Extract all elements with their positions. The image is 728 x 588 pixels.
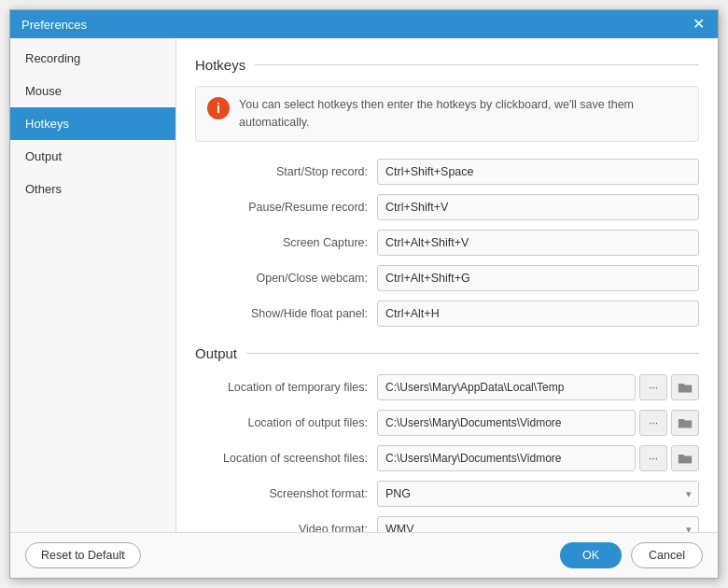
sidebar-item-hotkeys[interactable]: Hotkeys [10, 107, 175, 140]
hotkeys-title: Hotkeys [195, 57, 245, 73]
output-path-label-0: Location of temporary files: [195, 381, 377, 394]
hotkey-input-0[interactable] [377, 159, 699, 185]
output-path-label-2: Location of screenshot files: [195, 452, 377, 465]
hotkey-row-4: Show/Hide float panel: [195, 301, 699, 327]
output-section-header: Output [195, 345, 699, 361]
preferences-dialog: Preferences ✕ Recording Mouse Hotkeys Ou… [9, 9, 719, 579]
hotkey-row-0: Start/Stop record: [195, 159, 699, 185]
output-select-label-1: Video format: [195, 523, 377, 533]
output-select-row-0: Screenshot format: PNG JPG BMP ▾ [195, 481, 699, 507]
screenshot-format-wrapper: PNG JPG BMP ▾ [377, 481, 699, 507]
output-path-control-2: ··· [377, 445, 699, 471]
hotkey-row-1: Pause/Resume record: [195, 194, 699, 220]
hotkey-row-3: Open/Close webcam: [195, 265, 699, 291]
folder-icon-1 [678, 416, 693, 429]
output-path-row-2: Location of screenshot files: ··· [195, 445, 699, 471]
hotkey-input-1[interactable] [377, 194, 699, 220]
info-text: You can select hotkeys then enter the ho… [239, 96, 687, 132]
ok-button[interactable]: OK [560, 542, 622, 568]
hotkey-label-0: Start/Stop record: [195, 165, 377, 178]
hotkey-label-2: Screen Capture: [195, 236, 377, 249]
info-box: i You can select hotkeys then enter the … [195, 86, 699, 142]
output-path-dots-1[interactable]: ··· [639, 410, 667, 436]
output-path-folder-2[interactable] [671, 445, 699, 471]
titlebar: Preferences ✕ [10, 10, 718, 38]
hotkey-input-2[interactable] [377, 230, 699, 256]
hotkey-label-1: Pause/Resume record: [195, 201, 377, 214]
output-title: Output [195, 345, 237, 361]
video-format-wrapper: WMV MP4 AVI MOV ▾ [377, 516, 699, 533]
output-path-control-0: ··· [377, 374, 699, 400]
output-path-input-0[interactable] [377, 374, 636, 400]
output-path-input-2[interactable] [377, 445, 636, 471]
folder-icon-0 [678, 381, 693, 394]
sidebar: Recording Mouse Hotkeys Output Others [10, 38, 176, 532]
sidebar-item-mouse[interactable]: Mouse [10, 75, 175, 107]
output-path-dots-0[interactable]: ··· [639, 374, 667, 400]
output-select-label-0: Screenshot format: [195, 487, 377, 500]
output-path-dots-2[interactable]: ··· [639, 445, 667, 471]
output-path-input-1[interactable] [377, 410, 636, 436]
hotkey-input-3[interactable] [377, 265, 699, 291]
sidebar-item-output[interactable]: Output [10, 140, 175, 173]
output-select-row-1: Video format: WMV MP4 AVI MOV ▾ [195, 516, 699, 533]
output-path-folder-0[interactable] [671, 374, 699, 400]
hotkey-label-3: Open/Close webcam: [195, 272, 377, 285]
dialog-body: Recording Mouse Hotkeys Output Others Ho… [10, 38, 718, 532]
output-divider [246, 353, 699, 354]
hotkeys-divider [255, 64, 699, 65]
output-path-row-0: Location of temporary files: ··· [195, 374, 699, 400]
sidebar-item-recording[interactable]: Recording [10, 42, 175, 75]
hotkey-input-4[interactable] [377, 301, 699, 327]
folder-icon-2 [678, 452, 693, 465]
close-button[interactable]: ✕ [691, 17, 707, 32]
dialog-title: Preferences [21, 18, 87, 32]
output-path-label-1: Location of output files: [195, 416, 377, 429]
info-icon: i [207, 97, 230, 119]
footer: Reset to Default OK Cancel [10, 532, 718, 578]
hotkeys-section-header: Hotkeys [195, 57, 699, 73]
footer-actions: OK Cancel [560, 542, 703, 568]
output-path-control-1: ··· [377, 410, 699, 436]
sidebar-item-others[interactable]: Others [10, 173, 175, 205]
output-path-row-1: Location of output files: ··· [195, 410, 699, 436]
hotkey-label-4: Show/Hide float panel: [195, 307, 377, 320]
cancel-button[interactable]: Cancel [631, 542, 703, 568]
hotkey-row-2: Screen Capture: [195, 230, 699, 256]
reset-button[interactable]: Reset to Default [25, 542, 141, 568]
video-format-select[interactable]: WMV MP4 AVI MOV [377, 516, 699, 533]
main-content: Hotkeys i You can select hotkeys then en… [176, 38, 718, 532]
screenshot-format-select[interactable]: PNG JPG BMP [377, 481, 699, 507]
output-path-folder-1[interactable] [671, 410, 699, 436]
